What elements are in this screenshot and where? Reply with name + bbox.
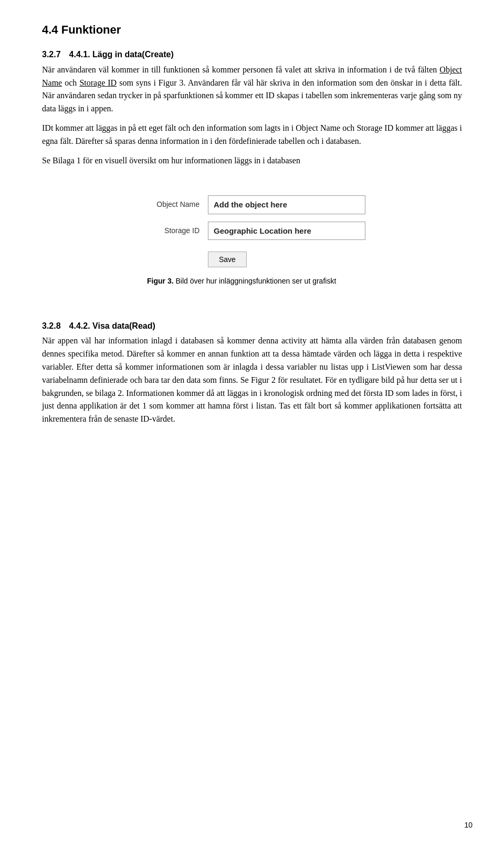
paragraph-327-3: Se Bilaga 1 för en visuell översikt om h… [42, 154, 462, 168]
save-button[interactable]: Save [208, 252, 247, 267]
section-title-327: 4.4.1. Lägg in data(Create) [69, 48, 174, 61]
section-4-4-heading: 4.4 Funktioner [42, 21, 462, 39]
section-title-328: 4.4.2. Visa data(Read) [69, 320, 155, 333]
object-name-input[interactable]: Add the object here [208, 195, 365, 214]
storage-id-ref: Storage ID [79, 78, 117, 87]
figure-3-caption-text: Bild över hur inläggningsfunktionen ser … [175, 277, 336, 285]
storage-id-label: Storage ID [147, 225, 200, 237]
figure-3-caption-label: Figur 3. [147, 277, 174, 285]
storage-id-row: Storage ID Geographic Location here [147, 222, 378, 240]
section-number-327: 3.2.7 [42, 48, 61, 61]
page-number: 10 [464, 820, 472, 831]
paragraph-328-1: När appen väl har information inlagd i d… [42, 334, 462, 426]
paragraph-327-2: IDt kommer att läggas in på ett eget fäl… [42, 122, 462, 148]
object-name-row: Object Name Add the object here [147, 195, 378, 214]
object-name-label: Object Name [147, 199, 200, 211]
figure-3-box: Object Name Add the object here Storage … [116, 180, 388, 297]
paragraph-327-1: När användaren väl kommer in till funkti… [42, 64, 462, 116]
figure-3-caption: Figur 3. Bild över hur inläggningsfunkti… [147, 276, 378, 287]
storage-id-input[interactable]: Geographic Location here [208, 222, 365, 240]
section-number-328: 3.2.8 [42, 320, 61, 333]
